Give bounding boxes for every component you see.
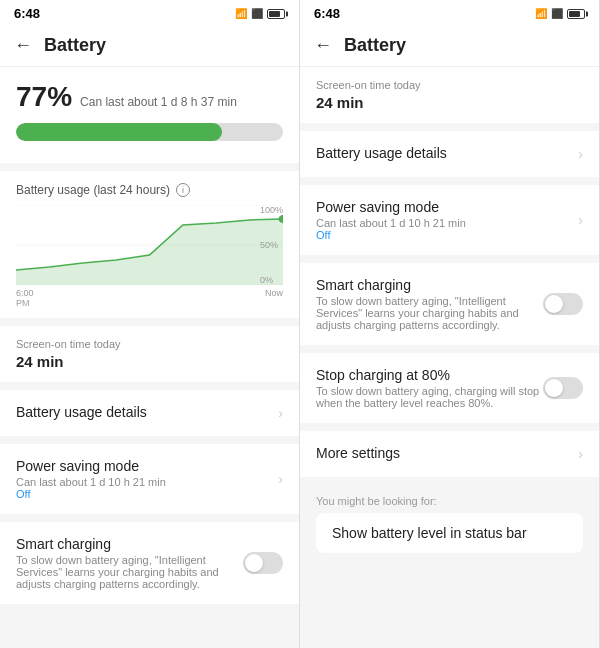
- r-power-saving-left: Power saving mode Can last about 1 d 10 …: [316, 199, 570, 241]
- battery-usage-left: Battery usage details: [16, 404, 270, 422]
- battery-bar-fill: [16, 123, 222, 141]
- vpn-icon: ⬛: [251, 8, 263, 19]
- wifi-icon-right: 📶: [535, 8, 547, 19]
- chart-labels-y: 100% 50% 0%: [260, 205, 283, 285]
- chart-x-end: Now: [265, 288, 283, 308]
- chart-svg: [16, 205, 283, 285]
- r-stop-charging-left: Stop charging at 80% To slow down batter…: [316, 367, 543, 409]
- screen-on-label: Screen-on time today: [16, 338, 283, 350]
- header-right: ← Battery: [300, 25, 599, 67]
- smart-charging-group: Smart charging To slow down battery agin…: [0, 522, 299, 604]
- screen-on-value-right: 24 min: [316, 94, 583, 111]
- r-power-saving-status: Off: [316, 229, 570, 241]
- battery-level-section: 77% Can last about 1 d 8 h 37 min: [0, 67, 299, 163]
- battery-icon-small: [267, 9, 285, 19]
- power-saving-status: Off: [16, 488, 270, 500]
- r-more-settings-left: More settings: [316, 445, 570, 463]
- r-power-saving-group: Power saving mode Can last about 1 d 10 …: [300, 185, 599, 255]
- chart-area: 100% 50% 0%: [16, 205, 283, 285]
- chart-section: Battery usage (last 24 hours) i: [0, 171, 299, 318]
- left-panel: 6:48 📶 ⬛ ← Battery 77% Can last about 1 …: [0, 0, 300, 648]
- battery-percentage: 77%: [16, 81, 72, 113]
- r-smart-charging-group: Smart charging To slow down battery agin…: [300, 263, 599, 345]
- you-might-item[interactable]: Show battery level in status bar: [316, 513, 583, 553]
- r-smart-charging-toggle[interactable]: [543, 293, 583, 315]
- chart-y-50: 50%: [260, 240, 283, 250]
- status-bar-left: 6:48 📶 ⬛: [0, 0, 299, 25]
- r-battery-usage-chevron: ›: [578, 146, 583, 162]
- screen-on-section-right: Screen-on time today 24 min: [300, 67, 599, 123]
- wifi-icon: 📶: [235, 8, 247, 19]
- chart-y-100: 100%: [260, 205, 283, 215]
- battery-usage-title: Battery usage details: [16, 404, 270, 420]
- content-right: Screen-on time today 24 min Battery usag…: [300, 67, 599, 648]
- info-icon: i: [176, 183, 190, 197]
- power-saving-subtitle: Can last about 1 d 10 h 21 min: [16, 476, 270, 488]
- page-title-right: Battery: [344, 35, 406, 56]
- right-panel: 6:48 📶 ⬛ ← Battery Screen-on time today …: [300, 0, 600, 648]
- status-icons-right: 📶 ⬛: [535, 8, 585, 19]
- power-saving-item[interactable]: Power saving mode Can last about 1 d 10 …: [0, 444, 299, 514]
- power-saving-left: Power saving mode Can last about 1 d 10 …: [16, 458, 270, 500]
- r-stop-charging-group: Stop charging at 80% To slow down batter…: [300, 353, 599, 423]
- battery-bar-container: [16, 123, 283, 141]
- r-more-settings-group: More settings ›: [300, 431, 599, 477]
- power-saving-title: Power saving mode: [16, 458, 270, 474]
- back-button-left[interactable]: ←: [14, 35, 32, 56]
- screen-on-value: 24 min: [16, 353, 283, 370]
- smart-charging-desc: To slow down battery aging, "Intelligent…: [16, 554, 243, 590]
- r-smart-charging-desc: To slow down battery aging, "Intelligent…: [316, 295, 543, 331]
- r-power-saving-subtitle: Can last about 1 d 10 h 21 min: [316, 217, 570, 229]
- r-battery-usage-left: Battery usage details: [316, 145, 570, 163]
- battery-icon-small-right: [567, 9, 585, 19]
- chart-y-0: 0%: [260, 275, 283, 285]
- r-power-saving-chevron: ›: [578, 212, 583, 228]
- battery-usage-item[interactable]: Battery usage details ›: [0, 390, 299, 436]
- you-might-item-title: Show battery level in status bar: [332, 525, 567, 541]
- battery-percentage-row: 77% Can last about 1 d 8 h 37 min: [16, 81, 283, 113]
- r-stop-charging-desc: To slow down battery aging, charging wil…: [316, 385, 543, 409]
- chart-x-start: 6:00PM: [16, 288, 34, 308]
- vpn-icon-right: ⬛: [551, 8, 563, 19]
- status-bar-right: 6:48 📶 ⬛: [300, 0, 599, 25]
- smart-charging-left: Smart charging To slow down battery agin…: [16, 536, 243, 590]
- content-left: 77% Can last about 1 d 8 h 37 min Batter…: [0, 67, 299, 648]
- smart-charging-title: Smart charging: [16, 536, 243, 552]
- status-time-right: 6:48: [314, 6, 340, 21]
- r-battery-usage-title: Battery usage details: [316, 145, 570, 161]
- status-icons-left: 📶 ⬛: [235, 8, 285, 19]
- header-left: ← Battery: [0, 25, 299, 67]
- battery-usage-chevron: ›: [278, 405, 283, 421]
- r-smart-charging-title: Smart charging: [316, 277, 543, 293]
- r-battery-usage-group: Battery usage details ›: [300, 131, 599, 177]
- r-battery-usage-item[interactable]: Battery usage details ›: [300, 131, 599, 177]
- you-might-section: You might be looking for: Show battery l…: [300, 485, 599, 559]
- r-power-saving-title: Power saving mode: [316, 199, 570, 215]
- status-time-left: 6:48: [14, 6, 40, 21]
- power-saving-chevron: ›: [278, 471, 283, 487]
- smart-charging-toggle[interactable]: [243, 552, 283, 574]
- chart-title: Battery usage (last 24 hours): [16, 183, 170, 197]
- r-stop-charging-item: Stop charging at 80% To slow down batter…: [300, 353, 599, 423]
- r-more-settings-title: More settings: [316, 445, 570, 461]
- page-title-left: Battery: [44, 35, 106, 56]
- battery-estimate: Can last about 1 d 8 h 37 min: [80, 95, 237, 109]
- r-more-settings-chevron: ›: [578, 446, 583, 462]
- battery-usage-group: Battery usage details ›: [0, 390, 299, 436]
- smart-charging-item: Smart charging To slow down battery agin…: [0, 522, 299, 604]
- r-smart-charging-item: Smart charging To slow down battery agin…: [300, 263, 599, 345]
- screen-on-label-right: Screen-on time today: [316, 79, 583, 91]
- r-smart-charging-left: Smart charging To slow down battery agin…: [316, 277, 543, 331]
- r-power-saving-item[interactable]: Power saving mode Can last about 1 d 10 …: [300, 185, 599, 255]
- r-stop-charging-toggle[interactable]: [543, 377, 583, 399]
- power-saving-group: Power saving mode Can last about 1 d 10 …: [0, 444, 299, 514]
- you-might-label: You might be looking for:: [316, 495, 583, 507]
- r-more-settings-item[interactable]: More settings ›: [300, 431, 599, 477]
- r-stop-charging-title: Stop charging at 80%: [316, 367, 543, 383]
- screen-on-section: Screen-on time today 24 min: [0, 326, 299, 382]
- chart-labels-x: 6:00PM Now: [16, 288, 283, 308]
- back-button-right[interactable]: ←: [314, 35, 332, 56]
- chart-header: Battery usage (last 24 hours) i: [16, 183, 283, 197]
